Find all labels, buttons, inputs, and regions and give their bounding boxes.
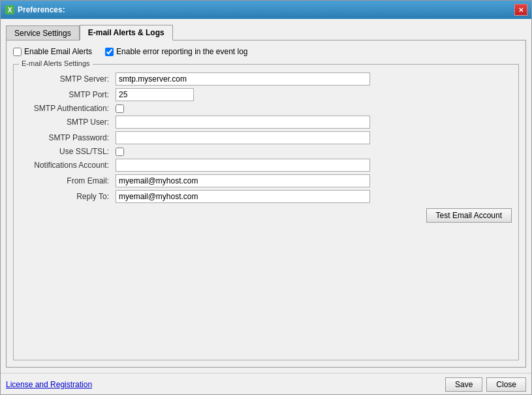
smtp-server-label: SMTP Server: [20,72,112,86]
use-ssl-checkbox[interactable] [116,148,124,156]
tab-email-alerts-logs[interactable]: E-mail Alerts & Logs [80,25,173,40]
smtp-auth-checkbox-row [116,104,512,113]
reply-to-input[interactable] [116,190,370,203]
enable-email-alerts-checkbox[interactable] [13,48,22,56]
preferences-window: X Preferences: ✕ Service Settings E-mail… [0,0,532,395]
notifications-account-input[interactable] [116,159,370,172]
bottom-right-buttons: Save Close [445,377,526,392]
use-ssl-checkbox-row [116,147,512,156]
smtp-auth-label: SMTP Authentication: [20,104,112,113]
window-icon: X [5,5,15,15]
license-and-registration-link[interactable]: License and Registration [6,380,92,389]
reply-to-label: Reply To: [20,190,112,203]
group-box-legend: E-mail Alerts Settings [19,59,93,67]
svg-text:X: X [8,7,12,14]
smtp-user-label: SMTP User: [20,116,112,129]
save-button[interactable]: Save [445,377,482,392]
from-email-input[interactable] [116,174,370,187]
smtp-auth-checkbox[interactable] [116,104,124,113]
close-window-button[interactable]: ✕ [514,4,527,16]
smtp-port-input[interactable] [116,88,194,101]
enable-email-alerts-label[interactable]: Enable Email Alerts [13,47,92,56]
window-title: Preferences: [18,5,512,14]
from-email-label: From Email: [20,174,112,187]
tab-service-settings[interactable]: Service Settings [6,25,80,41]
tab-content-email-alerts: Enable Email Alerts Enable error reporti… [6,40,526,368]
notifications-account-label: Notifications Account: [20,159,112,172]
bottom-bar: License and Registration Save Close [1,373,531,394]
test-btn-container: Test Email Account [20,208,512,223]
form-grid: SMTP Server: SMTP Port: SMTP Authenticat… [20,72,512,203]
smtp-password-label: SMTP Password: [20,131,112,144]
smtp-server-input[interactable] [116,72,370,86]
smtp-password-input[interactable] [116,131,370,144]
enable-error-reporting-checkbox[interactable] [105,48,114,56]
options-row: Enable Email Alerts Enable error reporti… [13,47,519,56]
tab-bar: Service Settings E-mail Alerts & Logs [6,24,526,40]
enable-error-reporting-text: Enable error reporting in the event log [116,47,247,56]
test-email-account-button[interactable]: Test Email Account [426,208,512,223]
smtp-user-input[interactable] [116,116,370,129]
email-alerts-settings-group: E-mail Alerts Settings SMTP Server: SMTP… [13,64,519,360]
title-bar: X Preferences: ✕ [1,1,531,19]
use-ssl-label: Use SSL/TSL: [20,147,112,156]
smtp-port-label: SMTP Port: [20,88,112,101]
window-controls: ✕ [514,4,527,16]
close-button[interactable]: Close [486,377,526,392]
enable-error-reporting-label[interactable]: Enable error reporting in the event log [105,47,247,56]
enable-email-alerts-text: Enable Email Alerts [24,47,92,56]
window-content: Service Settings E-mail Alerts & Logs En… [1,19,531,373]
